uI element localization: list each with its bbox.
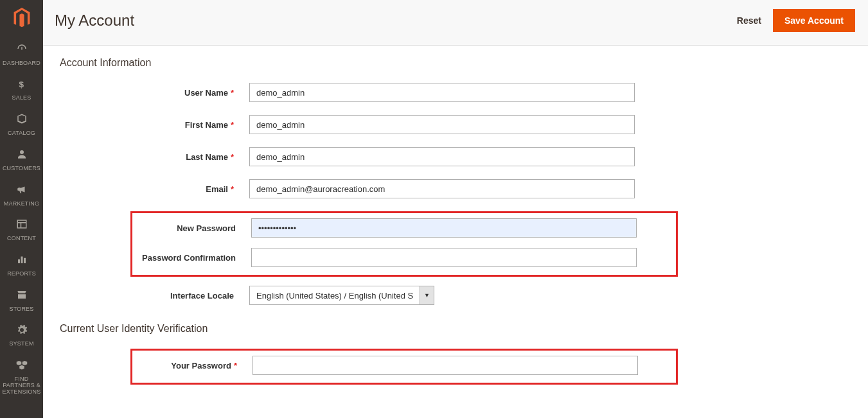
- svg-rect-5: [18, 259, 20, 263]
- magento-logo[interactable]: [0, 0, 43, 37]
- username-label: User Name*: [60, 88, 249, 98]
- dashboard-icon: [1, 43, 42, 58]
- sidebar-label: SYSTEM: [1, 341, 42, 347]
- reset-button[interactable]: Reset: [737, 15, 761, 26]
- section-identity: Current User Identity Verification: [60, 323, 851, 335]
- newpassword-input[interactable]: [251, 218, 637, 238]
- sidebar-label: CONTENT: [1, 236, 42, 242]
- lastname-label: Last Name*: [60, 152, 249, 162]
- sidebar-item-catalog[interactable]: CATALOG: [0, 107, 43, 142]
- sidebar-label: DASHBOARD: [1, 60, 42, 67]
- dollar-icon: $: [1, 78, 42, 93]
- yourpassword-input[interactable]: [252, 356, 638, 375]
- locale-dropdown-button[interactable]: ▼: [420, 286, 434, 305]
- username-input[interactable]: [249, 83, 635, 102]
- storefront-icon: [1, 289, 42, 304]
- svg-text:$: $: [19, 79, 24, 89]
- sidebar-item-partners[interactable]: FIND PARTNERS & EXTENSIONS: [0, 353, 43, 400]
- sidebar-label: SALES: [1, 95, 42, 101]
- confirm-label: Password Confirmation: [135, 253, 251, 263]
- email-input[interactable]: [249, 179, 635, 198]
- sidebar-label: CATALOG: [1, 130, 42, 137]
- sidebar-item-dashboard[interactable]: DASHBOARD: [0, 37, 43, 72]
- sidebar-label: CUSTOMERS: [1, 166, 42, 172]
- svg-rect-6: [21, 257, 22, 264]
- megaphone-icon: [1, 184, 42, 198]
- svg-rect-2: [17, 220, 26, 228]
- page-title: My Account: [55, 12, 134, 30]
- locale-label: Interface Locale: [60, 291, 249, 300]
- password-highlight-box: New Password Password Confirmation: [130, 211, 678, 277]
- locale-select[interactable]: [249, 286, 420, 305]
- save-account-button[interactable]: Save Account: [773, 9, 855, 32]
- cubes-icon: [1, 359, 42, 374]
- sidebar-label: FIND PARTNERS & EXTENSIONS: [1, 376, 42, 396]
- section-account-info: Account Information: [60, 57, 851, 69]
- sidebar-item-stores[interactable]: STORES: [0, 283, 43, 318]
- sidebar-item-marketing[interactable]: MARKETING: [0, 177, 43, 213]
- page-header: My Account Reset Save Account: [43, 0, 868, 46]
- layout-icon: [1, 218, 42, 233]
- email-label: Email*: [60, 184, 249, 194]
- sidebar-item-reports[interactable]: REPORTS: [0, 247, 43, 283]
- confirm-input[interactable]: [251, 248, 637, 267]
- svg-point-1: [20, 150, 24, 154]
- sidebar-item-sales[interactable]: $ SALES: [0, 72, 43, 107]
- box-icon: [1, 113, 42, 128]
- firstname-label: First Name*: [60, 120, 249, 130]
- sidebar-label: REPORTS: [1, 271, 42, 277]
- sidebar-item-system[interactable]: SYSTEM: [0, 318, 43, 353]
- lastname-input[interactable]: [249, 147, 635, 166]
- sidebar-label: STORES: [1, 306, 42, 313]
- bars-icon: [1, 254, 42, 268]
- person-icon: [1, 148, 42, 163]
- yourpassword-label: Your Password*: [135, 361, 252, 370]
- firstname-input[interactable]: [249, 115, 635, 134]
- identity-highlight-box: Your Password*: [130, 349, 678, 385]
- admin-sidebar: DASHBOARD $ SALES CATALOG CUSTOMERS MARK…: [0, 0, 43, 418]
- svg-rect-7: [24, 258, 26, 263]
- magento-logo-icon: [12, 8, 31, 28]
- newpassword-label: New Password: [135, 223, 251, 233]
- gear-icon: [1, 324, 42, 339]
- sidebar-item-customers[interactable]: CUSTOMERS: [0, 142, 43, 177]
- sidebar-item-content[interactable]: CONTENT: [0, 212, 43, 247]
- chevron-down-icon: ▼: [424, 292, 430, 299]
- sidebar-label: MARKETING: [1, 201, 42, 207]
